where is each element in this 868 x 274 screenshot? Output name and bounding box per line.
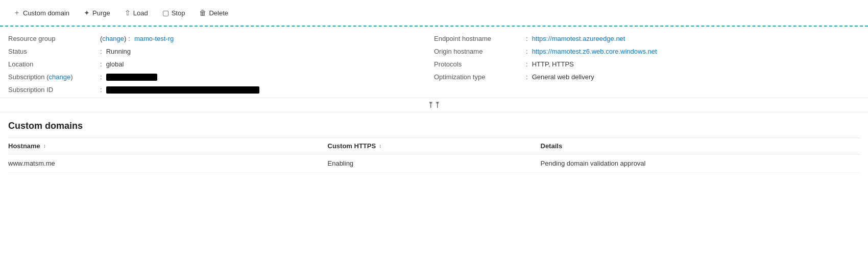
- purge-button[interactable]: ✦ Purge: [79, 6, 115, 20]
- custom-domains-title: Custom domains: [8, 121, 860, 131]
- endpoint-hostname-value[interactable]: https://mamotest.azureedge.net: [532, 35, 625, 42]
- resource-group-row: Resource group (change) : mamo-test-rg: [8, 35, 434, 42]
- table-row: www.matsm.me Enabling Pending domain val…: [8, 154, 860, 173]
- origin-hostname-row: Origin hostname : https://mamotest.z6.we…: [434, 48, 860, 55]
- purge-icon: ✦: [84, 9, 90, 17]
- plus-icon: ＋: [13, 8, 20, 17]
- custom-domains-section: Custom domains Hostname ↕ Custom HTTPS ↕…: [0, 112, 868, 173]
- custom-domains-table: Hostname ↕ Custom HTTPS ↕ Details www.ma…: [8, 138, 860, 173]
- origin-hostname-label: Origin hostname: [434, 48, 526, 55]
- subscription-id-row: Subscription ID :: [8, 86, 434, 94]
- col-header-hostname: Hostname ↕: [8, 142, 328, 150]
- custom-domain-button[interactable]: ＋ Custom domain: [8, 5, 75, 20]
- stop-button[interactable]: ▢ Stop: [157, 6, 190, 20]
- collapse-area: ⤒⤒: [0, 98, 868, 112]
- delete-button[interactable]: 🗑 Delete: [194, 6, 233, 20]
- row-custom-https: Enabling: [328, 159, 541, 167]
- optimization-type-label: Optimization type: [434, 73, 526, 81]
- subscription-id-value-redacted: [106, 86, 259, 94]
- location-value: global: [106, 60, 124, 68]
- table-header: Hostname ↕ Custom HTTPS ↕ Details: [8, 138, 860, 154]
- toolbar: ＋ Custom domain ✦ Purge ⇧ Load ▢ Stop 🗑 …: [0, 0, 868, 27]
- optimization-type-value: General web delivery: [532, 73, 594, 81]
- resource-group-label: Resource group: [8, 35, 100, 42]
- subscription-label: Subscription (change): [8, 73, 100, 81]
- load-button[interactable]: ⇧ Load: [119, 6, 153, 20]
- info-right: Endpoint hostname : https://mamotest.azu…: [434, 35, 860, 94]
- status-row: Status : Running: [8, 48, 434, 55]
- protocols-value: HTTP, HTTPS: [532, 60, 574, 68]
- resource-group-change-link[interactable]: change: [102, 35, 124, 42]
- origin-hostname-value[interactable]: https://mamotest.z6.web.core.windows.net: [532, 48, 657, 55]
- protocols-row: Protocols : HTTP, HTTPS: [434, 60, 860, 68]
- row-hostname: www.matsm.me: [8, 159, 328, 167]
- endpoint-hostname-label: Endpoint hostname: [434, 35, 526, 42]
- subscription-row: Subscription (change) :: [8, 73, 434, 81]
- optimization-type-row: Optimization type : General web delivery: [434, 73, 860, 81]
- subscription-id-label: Subscription ID: [8, 86, 100, 94]
- stop-icon: ▢: [162, 9, 169, 17]
- load-icon: ⇧: [125, 9, 131, 17]
- protocols-label: Protocols: [434, 60, 526, 68]
- subscription-change-link[interactable]: change: [49, 73, 70, 81]
- status-value: Running: [106, 48, 131, 55]
- location-row: Location : global: [8, 60, 434, 68]
- hostname-sort-icon[interactable]: ↕: [43, 143, 46, 149]
- collapse-chevron-icon[interactable]: ⤒⤒: [427, 100, 441, 110]
- endpoint-hostname-row: Endpoint hostname : https://mamotest.azu…: [434, 35, 860, 42]
- location-label: Location: [8, 60, 100, 68]
- delete-icon: 🗑: [199, 9, 206, 17]
- col-header-custom-https: Custom HTTPS ↕: [328, 142, 541, 150]
- status-label: Status: [8, 48, 100, 55]
- info-section: Resource group (change) : mamo-test-rg S…: [0, 27, 868, 98]
- col-header-details: Details: [541, 142, 860, 150]
- custom-https-sort-icon[interactable]: ↕: [379, 143, 381, 149]
- info-left: Resource group (change) : mamo-test-rg S…: [8, 35, 434, 94]
- resource-group-value[interactable]: mamo-test-rg: [134, 35, 174, 42]
- row-details: Pending domain validation approval: [541, 159, 860, 167]
- subscription-value-redacted: [106, 74, 157, 81]
